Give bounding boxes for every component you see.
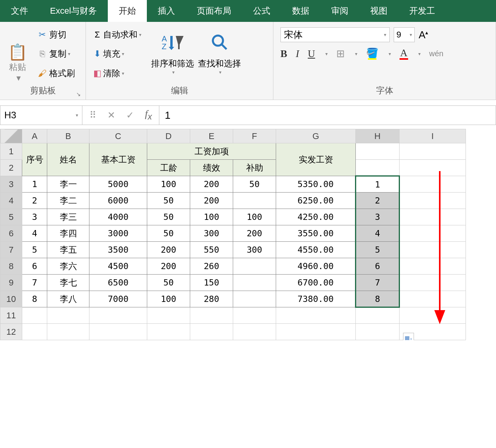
cut-button[interactable]: ✂剪切	[35, 28, 77, 41]
select-all-corner[interactable]	[0, 129, 22, 143]
fill-button[interactable]: ⬇填充▾	[90, 47, 143, 61]
copy-button[interactable]: ⎘复制▾	[35, 47, 77, 61]
font-name-select[interactable]: 宋体▾	[280, 27, 390, 42]
col-header[interactable]: D	[147, 129, 190, 143]
cell[interactable]	[147, 307, 190, 324]
autofill-options-button[interactable]: ▦₊	[403, 333, 414, 340]
row-header[interactable]: 8	[0, 258, 22, 275]
cell[interactable]: 5000	[89, 176, 147, 193]
cell[interactable]: 50	[147, 193, 190, 209]
chevron-down-icon[interactable]: ▾	[418, 51, 421, 57]
cell[interactable]: 6	[22, 258, 47, 275]
tab-developer[interactable]: 开发工	[398, 0, 446, 22]
underline-button[interactable]: U	[308, 48, 315, 60]
cell[interactable]: 200	[190, 193, 233, 209]
cell[interactable]: 补助	[233, 160, 276, 176]
formula-input[interactable]: 1	[159, 106, 496, 125]
cell[interactable]: 50	[233, 176, 276, 193]
tab-page-layout[interactable]: 页面布局	[186, 0, 242, 22]
tab-view[interactable]: 视图	[359, 0, 398, 22]
cell[interactable]: 4	[356, 225, 400, 242]
col-header[interactable]: B	[47, 129, 89, 143]
tab-review[interactable]: 审阅	[320, 0, 359, 22]
cell[interactable]: 李四	[47, 225, 89, 242]
cell[interactable]: 姓名	[47, 143, 89, 176]
cell[interactable]: 5	[356, 242, 400, 258]
phonetic-button[interactable]: wén	[429, 49, 444, 58]
cell[interactable]: 3	[356, 209, 400, 225]
cell[interactable]: 7	[356, 275, 400, 291]
cell[interactable]: 8	[22, 291, 47, 307]
cell[interactable]	[356, 143, 400, 160]
cell[interactable]: 300	[233, 242, 276, 258]
cell[interactable]: 50	[147, 209, 190, 225]
cell[interactable]: 3000	[89, 225, 147, 242]
cell[interactable]	[233, 193, 276, 209]
format-painter-button[interactable]: 🖌格式刷	[35, 67, 77, 80]
tab-formulas[interactable]: 公式	[242, 0, 281, 22]
chevron-down-icon[interactable]: ▾	[389, 51, 391, 57]
cell[interactable]	[233, 258, 276, 275]
row-header[interactable]: 5	[0, 209, 22, 225]
cell[interactable]: 李五	[47, 242, 89, 258]
row-header[interactable]: 4	[0, 193, 22, 209]
cell[interactable]	[147, 324, 190, 340]
cell[interactable]: 3550.00	[276, 225, 356, 242]
cell[interactable]: 6	[356, 258, 400, 275]
cell[interactable]	[190, 307, 233, 324]
cell[interactable]	[47, 324, 89, 340]
row-header[interactable]: 10	[0, 291, 22, 307]
row-header[interactable]: 6	[0, 225, 22, 242]
tab-file[interactable]: 文件	[0, 0, 39, 22]
tab-home[interactable]: 开始	[108, 0, 147, 22]
cell[interactable]: 4550.00	[276, 242, 356, 258]
cell[interactable]	[233, 291, 276, 307]
cell[interactable]: 4250.00	[276, 209, 356, 225]
cell[interactable]: 4	[22, 225, 47, 242]
col-header[interactable]: C	[89, 129, 147, 143]
col-header[interactable]: I	[400, 129, 466, 143]
row-header[interactable]: 9	[0, 275, 22, 291]
cell[interactable]: 300	[190, 225, 233, 242]
font-size-select[interactable]: 9▾	[394, 27, 415, 42]
find-select-button[interactable]: 查找和选择 ▾	[196, 25, 243, 83]
cell[interactable]: 200	[147, 242, 190, 258]
cell[interactable]: 基本工资	[89, 143, 147, 176]
cell[interactable]	[400, 143, 466, 160]
cell[interactable]: 6000	[89, 193, 147, 209]
cell[interactable]: 7380.00	[276, 291, 356, 307]
col-header[interactable]: A	[22, 129, 47, 143]
cell[interactable]: 6250.00	[276, 193, 356, 209]
cell[interactable]: 280	[190, 291, 233, 307]
cell[interactable]: 李八	[47, 291, 89, 307]
fx-icon[interactable]: fx	[145, 108, 152, 122]
cell[interactable]: 绩效	[190, 160, 233, 176]
cell[interactable]	[22, 324, 47, 340]
row-header[interactable]: 11	[0, 307, 22, 324]
cell[interactable]: 100	[147, 291, 190, 307]
cell[interactable]: 5	[22, 242, 47, 258]
cell[interactable]: 8	[356, 291, 400, 307]
cancel-icon[interactable]: ✕	[107, 110, 115, 121]
row-header[interactable]: 2	[0, 160, 22, 176]
cell[interactable]: 150	[190, 275, 233, 291]
cell[interactable]: 200	[190, 176, 233, 193]
cell[interactable]: 3	[22, 209, 47, 225]
cell[interactable]: 序号	[22, 143, 47, 176]
fill-color-button[interactable]: 🪣	[366, 48, 378, 60]
cell[interactable]	[233, 307, 276, 324]
cell[interactable]: 4960.00	[276, 258, 356, 275]
col-header[interactable]: H	[356, 129, 400, 143]
cell[interactable]: 7000	[89, 291, 147, 307]
cell[interactable]	[356, 324, 400, 340]
cell[interactable]: 李二	[47, 193, 89, 209]
chevron-down-icon[interactable]: ▾	[355, 51, 357, 57]
cell[interactable]: 李七	[47, 275, 89, 291]
tab-excel-finance[interactable]: Excel与财务	[39, 0, 108, 22]
row-header[interactable]: 7	[0, 242, 22, 258]
cell[interactable]	[233, 324, 276, 340]
col-header[interactable]: E	[190, 129, 233, 143]
cell[interactable]	[233, 275, 276, 291]
cell[interactable]: 工龄	[147, 160, 190, 176]
autosum-button[interactable]: Σ自动求和▾	[90, 28, 143, 41]
